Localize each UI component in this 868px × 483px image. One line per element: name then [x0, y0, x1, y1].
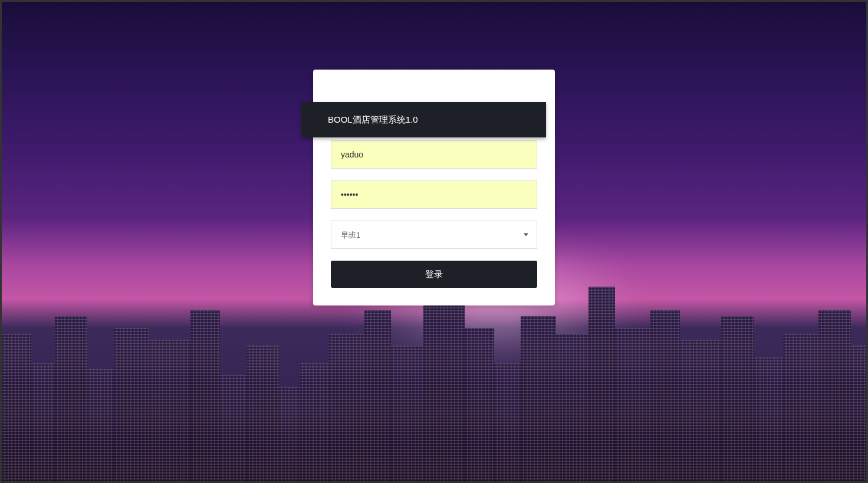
login-button[interactable]: 登录	[331, 261, 537, 288]
login-panel: BOOL酒店管理系统1.0 早班1 登录	[313, 70, 555, 305]
shift-group: 早班1	[331, 221, 537, 249]
shift-select-wrapper: 早班1	[331, 221, 537, 249]
password-input[interactable]	[331, 180, 537, 209]
shift-select[interactable]: 早班1	[331, 221, 537, 249]
app-title: BOOL酒店管理系统1.0	[328, 114, 418, 126]
password-group	[331, 180, 537, 209]
app-title-banner: BOOL酒店管理系统1.0	[301, 102, 546, 137]
username-group	[331, 140, 537, 169]
username-input[interactable]	[331, 140, 537, 169]
